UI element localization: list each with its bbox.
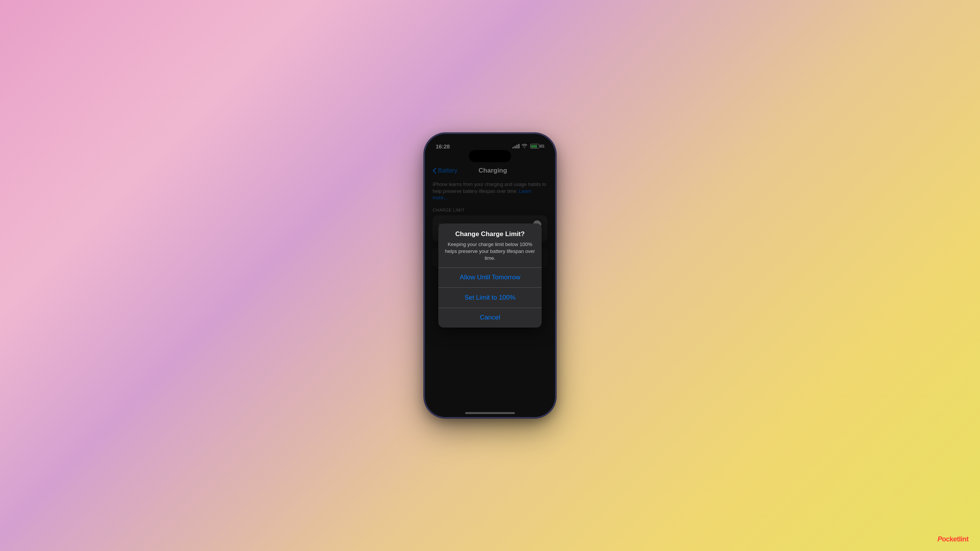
- dialog-overlay: Change Charge Limit? Keeping your charge…: [425, 134, 555, 417]
- dialog-header: Change Charge Limit? Keeping your charge…: [438, 223, 542, 267]
- dialog-message: Keeping your charge limit below 100% hel…: [444, 241, 536, 262]
- watermark: Pocketlint: [938, 535, 969, 543]
- watermark-p: P: [938, 535, 942, 543]
- change-charge-limit-dialog: Change Charge Limit? Keeping your charge…: [438, 223, 542, 328]
- dialog-title: Change Charge Limit?: [444, 230, 536, 238]
- cancel-button[interactable]: Cancel: [438, 308, 542, 328]
- phone-shell: 16:28 35: [425, 134, 555, 417]
- phone-screen: 16:28 35: [425, 134, 555, 417]
- allow-until-tomorrow-button[interactable]: Allow Until Tomorrow: [438, 267, 542, 287]
- set-limit-button[interactable]: Set Limit to 100%: [438, 288, 542, 308]
- watermark-text: ocketlint: [942, 535, 969, 543]
